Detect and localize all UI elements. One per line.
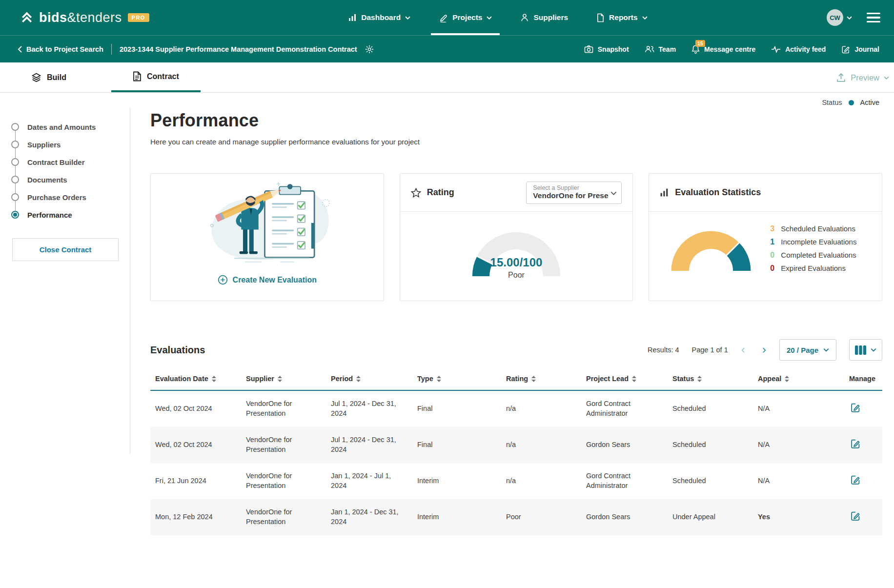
stats-donut-svg [667,225,755,272]
upload-icon [836,73,846,83]
hamburger-menu-icon[interactable] [867,13,880,23]
chevron-down-icon [642,16,648,20]
tab-build[interactable]: Build [31,62,88,92]
cell-rating: n/a [501,399,581,419]
gear-icon[interactable] [365,45,374,54]
cell-type: Interim [412,471,501,491]
nav-dashboard[interactable]: Dashboard [340,0,418,35]
sidebar-item-performance[interactable]: Performance [11,206,130,223]
stats-card-title: Evaluation Statistics [660,187,761,198]
create-new-evaluation-link[interactable]: Create New Evaluation [218,275,317,285]
previous-page-button[interactable]: ‹ [741,344,746,356]
nav-projects[interactable]: Projects [431,0,500,35]
cell-supplier: VendorOne for Presentation [241,430,326,459]
rating-card: Rating Select a Supplier VendorOne for P… [400,173,633,301]
edit-evaluation-button[interactable] [849,402,861,414]
column-header-type[interactable]: Type [412,367,501,390]
star-icon [411,188,421,198]
sidebar-item-purchase-orders[interactable]: Purchase Orders [11,188,130,206]
cell-project-lead: Gord Contract Administrator [581,466,668,495]
summary-cards: Create New Evaluation Rating Select a Su… [150,173,882,301]
nav-reports[interactable]: Reports [589,0,655,35]
evaluations-title: Evaluations [150,345,205,356]
back-to-project-search[interactable]: Back to Project Search [18,45,103,53]
legend-item-expired: 0 Expired Evaluations [770,264,856,273]
chevron-down-icon [823,348,829,352]
column-header-period[interactable]: Period [326,367,412,390]
nav-suppliers[interactable]: Suppliers [512,0,576,35]
divider [111,44,112,55]
edit-icon [850,475,860,485]
chevron-down-icon [610,191,617,195]
avatar[interactable]: CW [827,9,843,26]
tab-row: Build Contract Preview [0,62,894,93]
cell-period: Jul 1, 2024 - Dec 31, 2024 [326,394,412,423]
close-contract-button[interactable]: Close Contract [12,238,119,261]
supplier-select[interactable]: Select a Supplier VendorOne for Presenta… [526,182,622,204]
sort-icon [278,376,282,382]
edit-evaluation-button[interactable] [849,474,861,486]
sidebar-item-dates-and-amounts[interactable]: Dates and Amounts [11,118,130,136]
gauge-score-label: Poor [468,271,564,280]
sort-icon [632,376,636,382]
document-icon [596,13,605,22]
chevron-down-icon [405,16,410,20]
column-header-rating[interactable]: Rating [501,367,581,390]
cell-supplier: VendorOne for Presentation [241,466,326,495]
journal-button[interactable]: Journal [841,45,879,54]
chevron-down-icon [884,76,889,80]
chevron-down-icon [847,16,852,20]
cell-status: Scheduled [668,435,753,455]
columns-icon [855,345,866,355]
bell-icon: 15 [691,44,700,54]
activity-feed-button[interactable]: Activity feed [771,45,826,53]
sort-icon [531,376,536,382]
sidebar-item-contract-builder[interactable]: Contract Builder [11,153,130,171]
message-centre-button[interactable]: 15 Message centre [691,44,755,54]
column-header-evaluation-date[interactable]: Evaluation Date [150,367,241,390]
edit-icon [850,439,860,449]
status-row: Status Active [0,93,894,107]
column-header-project-lead[interactable]: Project Lead [581,367,668,390]
cell-project-lead: Gordon Sears [581,507,668,527]
cell-type: Interim [412,507,501,527]
next-page-button[interactable]: › [762,344,767,356]
contract-document-icon [133,71,142,81]
brand-name: bids&tenders [39,10,122,25]
sidebar-item-documents[interactable]: Documents [11,171,130,188]
tab-contract[interactable]: Contract [111,62,201,92]
brand-logo[interactable]: bids&tenders PRO [20,0,149,35]
sort-icon [356,376,361,382]
column-header-status[interactable]: Status [668,367,753,390]
column-header-supplier[interactable]: Supplier [241,367,326,390]
column-header-appeal[interactable]: Appeal [753,367,844,390]
column-settings-button[interactable] [849,339,882,361]
per-page-select[interactable]: 20 / Page [779,339,836,361]
pencil-square-icon [841,45,850,54]
cell-status: Under Appeal [668,507,753,527]
content-area: Dates and Amounts Suppliers Contract Bui… [0,107,894,535]
team-button[interactable]: Team [645,45,676,53]
cell-period: Jan 1, 2024 - Jul 1, 2024 [326,466,412,495]
edit-evaluation-button[interactable] [849,510,861,522]
snapshot-button[interactable]: Snapshot [584,45,629,53]
edit-evaluation-button[interactable] [849,438,861,450]
sidebar-item-suppliers[interactable]: Suppliers [11,136,130,153]
project-bar: Back to Project Search 2023-1344 Supplie… [0,35,894,62]
pagination-controls: Results: 4 Page 1 of 1 ‹ › 20 / Page [648,339,882,361]
evaluations-table: Evaluation Date Supplier Period Type Rat… [150,367,882,535]
gauge-score: 15.00/100 [468,256,564,269]
cell-status: Scheduled [668,471,753,491]
cell-appeal-link[interactable]: Yes [753,507,844,527]
cell-period: Jul 1, 2024 - Dec 31, 2024 [326,430,412,459]
table-row: Wed, 02 Oct 2024 VendorOne for Presentat… [150,391,882,427]
activity-pulse-icon [771,45,781,53]
step-circle [11,211,19,219]
edit-icon [850,403,860,413]
top-navbar: bids&tenders PRO Dashboard Projects Supp… [0,0,894,35]
performance-main: Performance Here you can create and mana… [130,107,894,535]
page-subtitle: Here you can create and manage supplier … [150,138,882,146]
preview-button[interactable]: Preview [836,62,889,93]
user-menu[interactable]: CW [827,9,852,26]
chevron-down-icon [871,348,876,352]
